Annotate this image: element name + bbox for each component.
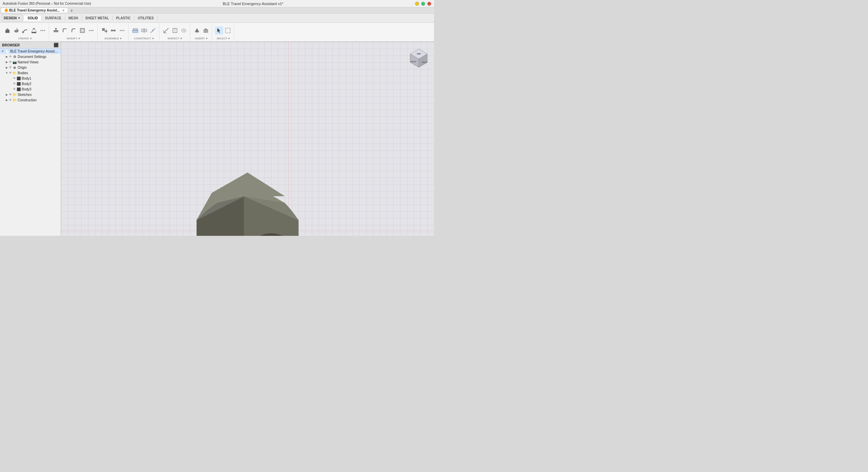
tool-decal[interactable] xyxy=(202,26,210,35)
tree-item-doc-settings[interactable]: ▶👁⚙Document Settings xyxy=(0,54,61,59)
tool-more-create[interactable] xyxy=(39,26,47,35)
tool-revolve[interactable] xyxy=(12,26,20,35)
maximize-btn[interactable] xyxy=(421,2,425,6)
sidebar: BROWSER ⬛ ▼📄BLE Travel Emergency Assist.… xyxy=(0,42,61,236)
svg-marker-47 xyxy=(204,28,207,29)
tool-shell[interactable] xyxy=(78,26,86,35)
app-title: Autodesk Fusion 360 (Personal – Not for … xyxy=(3,2,91,5)
select-label: SELECT ▼ xyxy=(217,37,230,40)
tree-eye-body3[interactable]: 👁 xyxy=(13,87,16,91)
tool-measure[interactable] xyxy=(162,26,170,35)
tree-item-origin[interactable]: ▶👁⊕Origin xyxy=(0,65,61,70)
tree-eye-doc-settings[interactable]: 👁 xyxy=(9,55,12,58)
titlebar-right xyxy=(415,2,431,6)
tool-zebra-analysis[interactable] xyxy=(180,26,188,35)
tool-sweep[interactable] xyxy=(21,26,29,35)
tree-item-bodies[interactable]: ▼👁📁Bodies xyxy=(0,70,61,76)
ws-tab-surface[interactable]: SURFACE xyxy=(42,16,65,21)
design-dropdown[interactable]: DESIGN ▼ xyxy=(1,14,23,22)
tool-section-analysis[interactable] xyxy=(171,26,179,35)
tool-select[interactable] xyxy=(215,26,223,35)
tab-close-icon[interactable]: ✕ xyxy=(62,9,65,12)
browser-header: BROWSER ⬛ xyxy=(0,42,61,48)
minimize-btn[interactable] xyxy=(415,2,419,6)
tool-loft[interactable] xyxy=(30,26,38,35)
insert-icons xyxy=(193,24,210,37)
tool-midplane[interactable] xyxy=(140,26,148,35)
tree-eye-body2[interactable]: 👁 xyxy=(13,82,16,85)
ws-tab-plastic[interactable]: PLASTIC xyxy=(113,16,134,21)
model-container xyxy=(61,42,434,236)
tool-press-pull[interactable] xyxy=(52,26,60,35)
svg-rect-31 xyxy=(141,29,144,32)
tree-eye-body1[interactable]: 👁 xyxy=(13,77,16,80)
svg-marker-13 xyxy=(55,28,57,29)
tree-eye-sketches[interactable]: 👁 xyxy=(9,93,12,96)
viewport[interactable]: TOP FRONT RIGHT ⌂ 🖼 ⬛ 🔍 ⊙ ⬜ ▣ ⚙ xyxy=(61,42,434,236)
ws-tab-utilities[interactable]: UTILITIES xyxy=(134,16,157,21)
svg-rect-49 xyxy=(225,28,230,33)
tree-eye-construction[interactable]: 👁 xyxy=(9,98,12,102)
tool-group-insert: INSERT ▼ xyxy=(191,23,212,41)
design-dropdown-icon: ▼ xyxy=(18,17,20,20)
svg-rect-46 xyxy=(204,29,208,33)
tool-axis[interactable] xyxy=(149,26,157,35)
tree-item-body2[interactable]: 👁⬛Body2 xyxy=(0,81,61,86)
tool-more-assemble[interactable] xyxy=(118,26,126,35)
tree-label-body3: Body3 xyxy=(22,87,31,91)
svg-point-2 xyxy=(14,30,18,33)
inspect-label: INSPECT ▼ xyxy=(167,37,182,40)
new-tab-btn[interactable]: + xyxy=(68,8,75,13)
ws-tab-mesh[interactable]: MESH xyxy=(65,16,82,21)
titlebar-center: BLE Travel Emergency Assistant v1* xyxy=(91,2,415,6)
svg-point-3 xyxy=(22,31,24,33)
tool-group-modify: MODIFY ▼ xyxy=(50,23,98,41)
tree-item-sketches[interactable]: ▶👁📁Sketches xyxy=(0,92,61,97)
tree-eye-named-views[interactable]: 👁 xyxy=(9,60,12,64)
tree-label-bodies: Bodies xyxy=(18,71,28,75)
svg-point-34 xyxy=(152,30,154,31)
tool-groups: CREATE ▼ xyxy=(0,23,434,42)
tool-group-create: CREATE ▼ xyxy=(1,23,49,41)
tab-label: BLE Travel Emergency Assist... xyxy=(9,8,60,12)
svg-point-17 xyxy=(91,30,92,31)
tool-new-component[interactable] xyxy=(100,26,108,35)
cube-front-label: FRONT xyxy=(410,61,416,63)
tree-item-body3[interactable]: 👁⬛Body3 xyxy=(0,86,61,92)
ws-tab-sheetmetal[interactable]: SHEET METAL xyxy=(82,16,113,21)
tree-arrow-sketches: ▶ xyxy=(5,93,9,96)
tool-more-modify[interactable] xyxy=(87,26,95,35)
svg-rect-4 xyxy=(33,28,35,29)
browser-expand-icon[interactable]: ⬛ xyxy=(54,43,59,47)
title-bar: Autodesk Fusion 360 (Personal – Not for … xyxy=(0,0,434,7)
ws-tab-solid[interactable]: SOLID xyxy=(24,16,42,21)
tree-item-body1[interactable]: 👁⬛Body1 xyxy=(0,76,61,81)
tree-label-origin: Origin xyxy=(18,66,27,69)
tree-item-construction[interactable]: ▶👁📁Construction xyxy=(0,97,61,103)
tab-ble[interactable]: 🔶 BLE Travel Emergency Assist... ✕ xyxy=(1,8,67,13)
tool-select-more[interactable] xyxy=(224,26,232,35)
tree-item-root[interactable]: ▼📄BLE Travel Emergency Assist... xyxy=(0,48,61,54)
tool-fillet[interactable] xyxy=(61,26,69,35)
tree-eye-bodies[interactable]: 👁 xyxy=(9,71,12,75)
svg-rect-0 xyxy=(5,30,9,33)
tool-insert-mesh[interactable] xyxy=(193,26,201,35)
svg-point-26 xyxy=(122,30,123,31)
tool-offset-plane[interactable] xyxy=(131,26,139,35)
toolbar-area: DESIGN ▼ SOLID SURFACE MESH SHEET METAL … xyxy=(0,14,434,42)
tree-label-body1: Body1 xyxy=(22,77,31,80)
tree-icon-bodies: 📁 xyxy=(12,70,17,75)
tool-extrude[interactable] xyxy=(3,26,12,35)
view-cube[interactable]: TOP FRONT RIGHT xyxy=(407,45,431,69)
window-title: BLE Travel Emergency Assistant v1* xyxy=(223,2,283,6)
tool-joint[interactable] xyxy=(109,26,117,35)
svg-point-25 xyxy=(120,30,121,31)
svg-point-8 xyxy=(41,30,42,31)
tool-chamfer[interactable] xyxy=(70,26,78,35)
tree-item-named-views[interactable]: ▶👁📷Named Views xyxy=(0,59,61,65)
close-btn[interactable] xyxy=(427,2,431,6)
tree-eye-origin[interactable]: 👁 xyxy=(9,66,12,69)
svg-point-9 xyxy=(42,30,43,31)
tree-icon-origin: ⊕ xyxy=(12,65,17,70)
assemble-label: ASSEMBLE ▼ xyxy=(104,37,122,40)
